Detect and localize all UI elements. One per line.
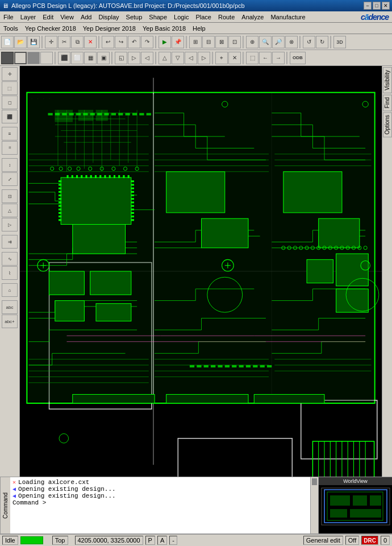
svg-rect-30 [73,225,126,254]
grid2-button[interactable]: ⊟ [202,36,215,48]
left-btn-8[interactable]: ⤢ [2,172,18,186]
menu-place[interactable]: Place [192,11,215,22]
tb2-btn16[interactable]: ⌖ [215,52,228,64]
options-tab[interactable]: Options [383,112,392,137]
svg-rect-193 [370,495,381,506]
redo-button[interactable]: ↪ [115,36,127,48]
copy-button[interactable]: ⧉ [71,36,84,48]
left-btn-4[interactable]: ⬛ [2,110,18,123]
tb2-btn1[interactable] [1,52,14,64]
run-button[interactable]: ▶ [159,36,171,48]
refresh2-button[interactable]: ↻ [316,36,328,48]
tb2-btn10[interactable]: ▷ [128,52,140,64]
tb2-odb-button[interactable]: ODB [290,52,306,64]
command-scrollbar[interactable] [310,477,318,533]
tb2-btn3[interactable] [27,52,40,64]
svg-rect-143 [139,113,144,115]
menu-manufacture[interactable]: Manufacture [267,11,308,22]
zoom-out-button[interactable]: 🔎 [272,36,285,48]
svg-rect-153 [246,365,251,367]
menu-view[interactable]: View [57,11,77,22]
menu-edit[interactable]: Edit [39,11,57,22]
left-btn-14[interactable]: ⌇ [2,266,18,280]
left-btn-abc[interactable]: abc [2,300,18,314]
tb2-btn4[interactable] [40,52,53,64]
left-btn-12[interactable]: ⇉ [2,235,18,249]
left-btn-9[interactable]: ⊡ [2,189,18,203]
3d-button[interactable]: 3D [333,36,346,48]
menu-yep-checker[interactable]: Yep Checker 2018 [22,23,80,34]
left-btn-2[interactable]: ⬚ [2,81,18,95]
left-btn-5[interactable]: ≡ [2,127,18,140]
undo2-button[interactable]: ↶ [128,36,140,48]
menu-analyze[interactable]: Analyze [238,11,267,22]
svg-rect-78 [109,175,111,178]
left-btn-11[interactable]: ▷ [2,218,18,231]
minimize-button[interactable]: − [364,2,372,10]
svg-rect-156 [267,365,272,367]
tb2-btn19[interactable]: ← [259,52,272,64]
delete-button[interactable]: ✕ [84,36,97,48]
svg-rect-75 [95,175,97,178]
left-btn-6[interactable]: ⌗ [2,141,18,155]
save-button[interactable]: 💾 [27,36,40,48]
menu-help[interactable]: Help [189,23,209,34]
left-btn-abc2[interactable]: abc+ [2,315,18,328]
left-btn-13[interactable]: ∿ [2,252,18,266]
left-btn-7[interactable]: ↕ [2,158,18,172]
svg-rect-38 [96,304,131,321]
maximize-button[interactable]: □ [373,2,381,10]
tb2-btn14[interactable]: ◁ [185,52,197,64]
svg-rect-146 [197,365,201,367]
tb2-btn11[interactable]: ◁ [141,52,153,64]
new-button[interactable]: 📄 [1,36,14,48]
cut-button[interactable]: ✂ [58,36,70,48]
grid-button[interactable]: ⊞ [189,36,202,48]
tb2-btn7[interactable]: ▦ [84,52,97,64]
tb2-btn2[interactable] [14,52,27,64]
left-btn-15[interactable]: ⌂ [2,283,18,297]
menu-logic[interactable]: Logic [170,11,192,22]
left-btn-3[interactable]: ◻ [2,96,18,109]
svg-rect-150 [225,365,230,367]
tb2-btn12[interactable]: △ [159,52,171,64]
pin-button[interactable]: 📌 [172,36,184,48]
menu-add[interactable]: Add [77,11,95,22]
menu-setup[interactable]: Setup [123,11,146,22]
canvas-area[interactable] [20,66,382,477]
menu-yep-basic[interactable]: Yep Basic 2018 [139,23,189,34]
menu-route[interactable]: Route [215,11,238,22]
menu-shape[interactable]: Shape [145,11,170,22]
menu-display[interactable]: Display [95,11,122,22]
command-text[interactable]: ✕ Loading axlcore.cxt ◀ Opening existing… [10,477,310,533]
menu-yep-designer[interactable]: Yep Designer 2018 [80,23,139,34]
close-button[interactable]: ✕ [382,2,390,10]
tb2-btn20[interactable]: → [272,52,285,64]
select-button[interactable]: ✛ [45,36,57,48]
tb2-btn5[interactable]: ⬛ [58,52,70,64]
zoom-in-button[interactable]: 🔍 [259,36,272,48]
svg-rect-16 [55,110,73,122]
grid4-button[interactable]: ⊡ [228,36,241,48]
refresh-button[interactable]: ↺ [303,36,315,48]
open-button[interactable]: 📂 [14,36,27,48]
undo-button[interactable]: ↩ [102,36,114,48]
menu-file[interactable]: File [0,11,17,22]
tb2-btn15[interactable]: ▷ [198,52,210,64]
grid3-button[interactable]: ⊠ [215,36,228,48]
visibility-tab[interactable]: Visibility [383,67,392,93]
tb2-btn13[interactable]: ▽ [172,52,184,64]
tb2-btn6[interactable]: ⬜ [71,52,84,64]
tb2-btn18[interactable]: ⬚ [246,52,258,64]
redo2-button[interactable]: ↷ [141,36,153,48]
tb2-btn9[interactable]: ◱ [115,52,127,64]
menu-layer[interactable]: Layer [17,11,40,22]
zoom-sel-button[interactable]: ⊗ [285,36,298,48]
tb2-btn17[interactable]: ✕ [228,52,241,64]
tb2-btn8[interactable]: ▣ [97,52,110,64]
left-btn-1[interactable]: ✛ [2,67,18,81]
left-btn-10[interactable]: △ [2,204,18,217]
find-tab[interactable]: Find [383,94,392,111]
zoom-fit-button[interactable]: ⊕ [246,36,258,48]
menu-tools[interactable]: Tools [0,23,22,34]
